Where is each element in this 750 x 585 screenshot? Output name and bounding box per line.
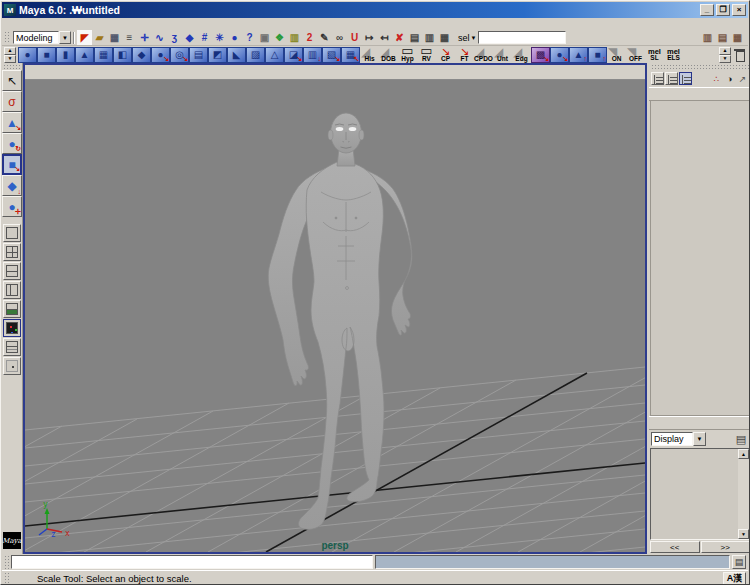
new-scene-icon[interactable]: ◤ [77,30,92,45]
shelf-history[interactable]: ◢His [360,47,379,63]
shelf-tab-up-button[interactable]: ▲ [4,47,16,55]
open-scene-icon[interactable]: ▰ [92,30,107,45]
lock-selection-icon[interactable]: ▣ [257,30,272,45]
shelf-render-view[interactable]: ▭RV [417,47,436,63]
layout-hypershade-persp[interactable] [3,319,21,337]
shelf-wedge-face[interactable]: ◣ [227,47,246,63]
shelf-convert-b[interactable]: ■↑ [588,47,607,63]
connections-icon[interactable]: ∞ [332,30,347,45]
shelf-cut-faces[interactable]: ◪↘ [284,47,303,63]
shelf-poly-cone[interactable]: ▲ [75,47,94,63]
shelf-smooth[interactable]: ●↘ [151,47,170,63]
snap-to-curves-icon[interactable]: ∿ [152,30,167,45]
snap-to-points-icon[interactable]: ʒ [167,30,182,45]
shelf-subdiv-cube[interactable]: ▩↘ [531,47,550,63]
shelf-ft[interactable]: ↘FT [455,47,474,63]
shading-group-icon[interactable]: ∴ [710,72,723,85]
command-line-grip[interactable] [4,555,9,569]
highlight-selection-icon[interactable]: ❖ [272,30,287,45]
close-button[interactable]: × [732,4,746,16]
quick-selection-input[interactable] [478,31,566,44]
shelf-unt[interactable]: ◢Unt [493,47,512,63]
shelf-poly-cylinder[interactable]: ▮ [56,47,75,63]
channel-list-area[interactable] [650,101,750,416]
show-manipulator-tool[interactable]: ●✛ [2,196,22,217]
scale-tool[interactable]: ■↘ [2,154,22,175]
shelf-split-poly[interactable]: △ [265,47,284,63]
perspective-viewport[interactable]: y x z persp [23,63,647,554]
open-editor-out-icon[interactable]: ↤ [377,30,392,45]
shelf-off[interactable]: ◥OFF [626,47,645,63]
channel-display-keyable-icon[interactable] [665,72,678,85]
help-line-grip[interactable] [4,572,9,584]
layout-persp-graph[interactable] [3,300,21,318]
snap-grid-icon[interactable]: # [197,30,212,45]
shelf-poke-face[interactable]: ▨ [246,47,265,63]
snap-together-icon[interactable]: ✳ [212,30,227,45]
scroll-down-icon[interactable]: ▼ [738,529,749,539]
move-tool[interactable]: ▲↘ [2,112,22,133]
shelf-subdiv-sphere[interactable]: ●↘ [550,47,569,63]
shelf-select-component[interactable]: ▦↖ [341,47,360,63]
quick-help-icon[interactable]: ? [242,30,257,45]
pager-prev-button[interactable]: << [650,541,700,553]
shelf-mirror-geometry[interactable]: ▧↘ [322,47,341,63]
shelf-extrude-face[interactable]: ▤ [189,47,208,63]
operations-list-icon[interactable]: ▥ [287,30,302,45]
toolbox-grip[interactable] [3,64,20,69]
chevron-down-icon[interactable]: ▼ [59,31,71,44]
ime-indicator[interactable]: A漢 [723,572,746,585]
construction-history-icon[interactable]: 2 [302,30,317,45]
minimize-button[interactable]: _ [700,4,714,16]
title-bar[interactable]: M Maya 6.0: .₩untitled _❐× [2,2,748,18]
maya-app-icon[interactable]: M [4,4,16,16]
layout-four-pane[interactable] [3,243,21,261]
lasso-select-tool[interactable]: σ [2,91,22,112]
shelf-combine[interactable]: ◎↘ [170,47,189,63]
layer-list-scrollbar[interactable]: ▲ ▼ [738,449,749,539]
shelf-edg[interactable]: ◢Edg [512,47,531,63]
toggle-attribute-editor-icon[interactable]: ▥ [700,30,715,45]
soft-mod-tool[interactable]: ◆↓ [2,175,22,196]
layer-display-value[interactable]: Display [651,432,693,446]
open-editor-in-icon[interactable]: ↦ [362,30,377,45]
trash-icon[interactable] [733,48,746,62]
shelf-cp[interactable]: ↘CP [436,47,455,63]
make-object-live-icon[interactable]: ● [227,30,242,45]
rotate-tool[interactable]: ●↻ [2,133,22,154]
command-input[interactable] [11,555,373,569]
snap-to-view-planes-icon[interactable]: ◆ [182,30,197,45]
shelf-cpdo[interactable]: ◢CPDO [474,47,493,63]
shelf-mel-els[interactable]: melELS [664,47,683,63]
shelf-dob[interactable]: ◢DOB [379,47,398,63]
layout-two-pane[interactable] [3,262,21,280]
toggle-tool-settings-icon[interactable]: ▤ [715,30,730,45]
shelf-edit-faces[interactable]: ◆ [132,47,151,63]
restore-button[interactable]: ❐ [716,4,730,16]
script-editor-button[interactable]: ▤ [732,555,746,569]
shelf-edit-vertices[interactable]: ◧ [113,47,132,63]
shelf-poly-cube[interactable]: ■ [37,47,56,63]
chevron-down-icon[interactable]: ▼ [693,432,706,446]
layout-persp-relationship[interactable] [3,338,21,356]
list-toggle-icon[interactable]: ≡ [122,30,137,45]
layer-display-dropdown[interactable]: Display ▼ [651,432,706,446]
shelf-scroll-up-button[interactable]: ▲ [719,47,731,55]
menu-set-selector[interactable]: Modeling ▼ [13,31,71,44]
layout-outliner-persp[interactable] [3,281,21,299]
shelf-hypergraph[interactable]: ▭Hyp [398,47,417,63]
channel-display-all-icon[interactable] [651,72,664,85]
layer-list[interactable]: ▲ ▼ [650,448,750,540]
save-scene-icon[interactable]: ▦ [107,30,122,45]
render-globals-icon[interactable]: ▦ [437,30,452,45]
shelf-poly-plane[interactable]: ▦ [94,47,113,63]
viewport-canvas[interactable]: y x z persp [25,80,645,552]
shelf-poly-sphere[interactable]: ● [18,47,37,63]
menu-set-value[interactable]: Modeling [13,31,59,44]
new-layer-icon[interactable]: ▤ [733,432,749,446]
shelf-bevel[interactable]: ◩ [208,47,227,63]
shelf-merge-verts[interactable]: ▥↓ [303,47,322,63]
snap-to-grids-icon[interactable]: ✛ [137,30,152,45]
layout-single-pane[interactable] [3,224,21,242]
layout-custom[interactable] [3,357,21,375]
